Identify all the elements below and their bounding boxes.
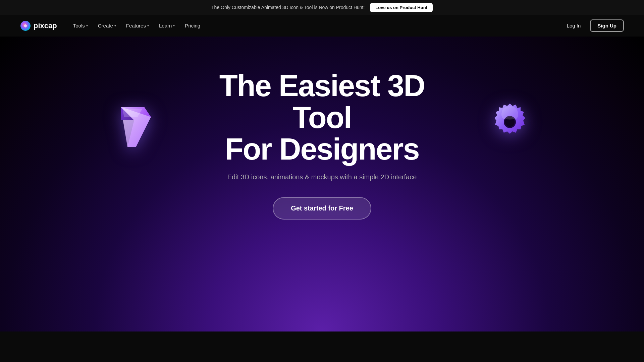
nav-tools-label: Tools	[73, 23, 85, 28]
navigation: pixcap Tools ▾ Create ▾ Features ▾ Learn…	[0, 15, 644, 37]
nav-features-label: Features	[126, 23, 146, 28]
arrow-3d-decoration	[114, 100, 158, 154]
announcement-text: The Only Customizable Animated 3D Icon &…	[211, 5, 365, 10]
product-hunt-button[interactable]: Love us on Product Hunt	[370, 3, 433, 12]
gear-3d-decoration	[486, 97, 533, 150]
logo-icon	[20, 20, 31, 31]
chevron-down-icon: ▾	[147, 24, 149, 27]
signup-button[interactable]: Sign Up	[590, 19, 624, 32]
hero-title: The Easiest 3D Tool For Designers	[188, 70, 456, 165]
logo-text: pixcap	[34, 21, 57, 30]
hero-section: The Easiest 3D Tool For Designers Edit 3…	[0, 37, 644, 331]
cta-button[interactable]: Get started for Free	[273, 197, 371, 220]
nav-pricing-label: Pricing	[185, 23, 200, 28]
hero-title-line1: The Easiest 3D Tool	[219, 69, 425, 134]
announcement-bar: The Only Customizable Animated 3D Icon &…	[0, 0, 644, 15]
nav-item-tools[interactable]: Tools ▾	[69, 20, 92, 31]
nav-menu: Tools ▾ Create ▾ Features ▾ Learn ▾ Pric…	[69, 20, 205, 31]
nav-right: Log In Sign Up	[561, 19, 624, 32]
hero-content: The Easiest 3D Tool For Designers Edit 3…	[188, 70, 456, 220]
logo[interactable]: pixcap	[20, 20, 57, 31]
hero-subtitle: Edit 3D icons, animations & mockups with…	[188, 173, 456, 181]
login-button[interactable]: Log In	[561, 20, 586, 31]
nav-create-label: Create	[98, 23, 113, 28]
nav-item-pricing[interactable]: Pricing	[181, 20, 204, 31]
svg-point-1	[24, 24, 27, 27]
nav-item-features[interactable]: Features ▾	[122, 20, 153, 31]
chevron-down-icon: ▾	[173, 24, 175, 27]
hero-title-line2: For Designers	[225, 132, 419, 166]
chevron-down-icon: ▾	[86, 24, 88, 27]
nav-learn-label: Learn	[159, 23, 172, 28]
nav-item-learn[interactable]: Learn ▾	[155, 20, 179, 31]
nav-left: pixcap Tools ▾ Create ▾ Features ▾ Learn…	[20, 20, 204, 31]
chevron-down-icon: ▾	[114, 24, 116, 27]
nav-item-create[interactable]: Create ▾	[94, 20, 120, 31]
